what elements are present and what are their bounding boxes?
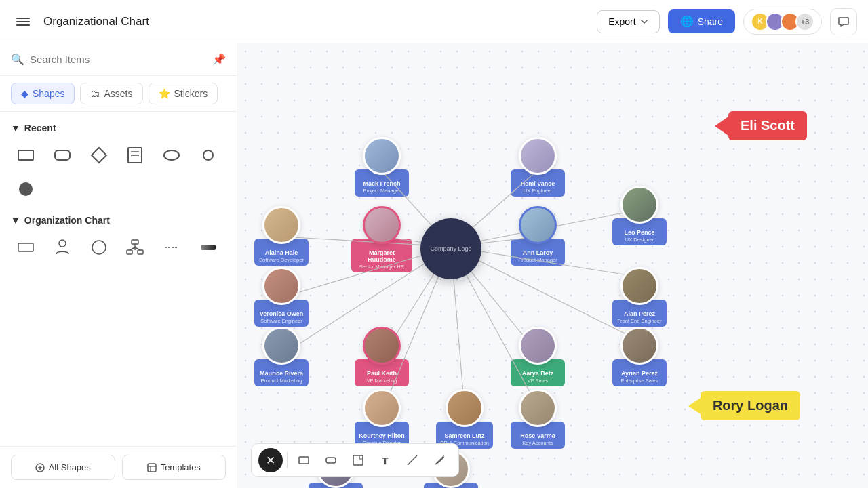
node-leo-pence[interactable]: Leo Pence UX Designer [609,186,670,245]
svg-rect-46 [353,455,363,465]
eli-scott-label: Eli Scott [741,118,795,134]
org-shape-hierarchy[interactable] [120,232,150,262]
node-aarya-betz[interactable]: Aarya Betz VP Sales [507,327,568,386]
avatar-alaina-hale [262,206,300,244]
svg-rect-16 [127,250,132,254]
node-mack-french[interactable]: Mack French Project Manager [351,137,412,197]
main-area: 🔍 📌 ◆ Shapes 🗂 Assets ⭐ Stickers ▼ [0,43,868,488]
avatar-ayrian-perez [620,327,658,365]
svg-rect-4 [55,150,70,160]
node-alaina-hale[interactable]: Alaina Hale Software Developer [251,206,312,266]
svg-point-10 [203,150,213,160]
share-button[interactable]: 🌐 Share [668,9,735,33]
avatar-alan-perez [620,267,658,305]
text-tool-button[interactable]: T [373,448,397,472]
all-shapes-label: All Shapes [49,462,91,472]
chat-button[interactable] [830,8,857,35]
svg-point-13 [59,240,66,247]
all-shapes-button[interactable]: All Shapes [11,455,115,480]
svg-rect-12 [18,243,33,251]
export-button[interactable]: Export [597,10,659,33]
rounded-rect-tool-button[interactable] [319,448,343,472]
svg-point-14 [92,241,106,254]
org-shape-circle[interactable] [84,232,114,262]
org-chart-shapes-grid [11,232,226,262]
svg-point-9 [164,150,179,160]
shape-ellipse-wide[interactable] [157,140,186,170]
svg-rect-15 [132,240,138,244]
sidebar: 🔍 📌 ◆ Shapes 🗂 Assets ⭐ Stickers ▼ [0,43,237,488]
shape-rounded-rect[interactable] [47,140,77,170]
avatar-overflow: +3 [795,12,814,31]
avatar-maurice-rivera [262,327,300,365]
tab-shapes[interactable]: ◆ Shapes [11,83,75,104]
header: Organizational Chart Export 🌐 Share K +3 [0,0,868,43]
close-tool-button[interactable]: ✕ [258,448,283,472]
templates-label: Templates [161,462,201,472]
svg-point-11 [19,182,33,196]
shapes-diamond-icon: ◆ [21,88,28,99]
node-samreen-lutz[interactable]: Samreen Lutz PR & Communication [434,389,495,449]
svg-line-47 [408,455,417,465]
org-shape-gradient-bar[interactable] [193,232,223,262]
tab-stickers[interactable]: ⭐ Stickers [149,83,218,104]
company-logo: Company Logo [420,218,481,279]
svg-marker-5 [92,148,106,163]
search-bar: 🔍 📌 [0,43,237,76]
avatar-margaret [363,206,401,244]
pen-tool-button[interactable] [427,448,452,472]
shape-note[interactable] [120,140,150,170]
org-shape-connector[interactable] [157,232,186,262]
search-input[interactable] [30,54,207,65]
node-alan-perez[interactable]: Alan Perez Front End Engineer [609,267,670,327]
tab-assets[interactable]: 🗂 Assets [80,83,142,104]
svg-rect-45 [326,458,336,463]
org-shape-person[interactable] [47,232,77,262]
export-label: Export [608,16,635,27]
svg-rect-2 [16,24,30,26]
svg-rect-1 [16,21,30,22]
node-ann-laroy[interactable]: Ann Laroy Product Manager [507,206,568,266]
node-margaret[interactable]: Margaret Ruudome Senior Manager HR [351,206,412,272]
org-chart-section-header[interactable]: ▼ Organization Chart [11,215,226,226]
collaborators-group[interactable]: K +3 [743,9,822,35]
avatar-ann-laroy [519,206,557,244]
svg-line-19 [130,247,135,250]
avatar-aarya-betz [519,327,557,365]
shape-diamond[interactable] [84,140,114,170]
shape-filled-circle[interactable] [11,174,41,204]
org-chart-chevron-icon: ▼ [11,215,20,226]
canvas[interactable]: Company Logo Mack French Project Manager… [237,43,868,488]
avatar-veronica-owen [262,267,300,305]
shape-rectangle[interactable] [11,140,41,170]
shape-ellipse[interactable] [193,140,223,170]
node-paul-keith[interactable]: Paul Keith VP Marketing [351,327,412,386]
globe-icon: 🌐 [680,15,694,28]
rectangle-tool-button[interactable] [292,448,316,472]
templates-button[interactable]: Templates [122,455,226,480]
node-maurice-rivera[interactable]: Maurice Rivera Product Marketing [251,327,312,386]
pin-icon[interactable]: 📌 [212,53,226,66]
avatar-rose-varma [519,389,557,427]
org-shape-box[interactable] [11,232,41,262]
svg-line-20 [135,247,140,250]
line-tool-button[interactable] [400,448,425,472]
annotation-eli-scott[interactable]: Eli Scott [728,111,807,140]
node-veronica-owen[interactable]: Veronica Owen Software Engineer [251,267,312,327]
toolbar-divider-1 [287,452,288,468]
node-hemi-vance[interactable]: Hemi Vance UX Engineer [507,137,568,197]
bottom-bar: All Shapes Templates [0,446,237,488]
node-kourtney-hilton[interactable]: Kourtney Hilton Creative Director [351,389,412,449]
note-tool-button[interactable] [346,448,370,472]
drawing-toolbar: ✕ T [251,443,459,477]
rory-logan-label: Rory Logan [713,398,788,413]
avatar-paul-keith [363,327,401,365]
node-rose-varma[interactable]: Rose Varma Key Accounts [507,389,568,449]
avatar-kourtney-hilton [363,389,401,427]
svg-rect-44 [299,457,309,464]
svg-rect-26 [148,464,156,472]
node-ayrian-perez[interactable]: Ayrian Perez Enterprise Sales [609,327,670,386]
recent-section-header[interactable]: ▼ Recent [11,123,226,134]
annotation-rory-logan[interactable]: Rory Logan [701,391,800,420]
menu-button[interactable] [11,9,35,34]
